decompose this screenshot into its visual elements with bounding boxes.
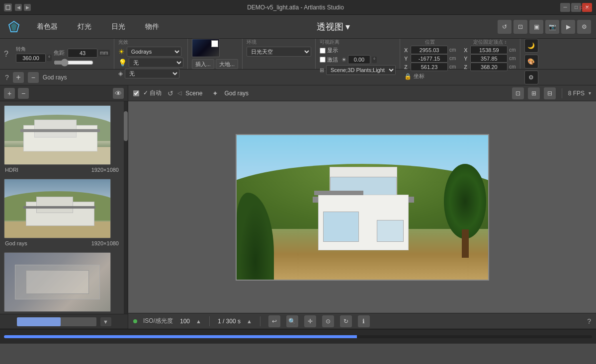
undo-btn[interactable]: ↩: [268, 315, 280, 327]
thumbnail-hdri[interactable]: HDRI 1920×1080: [4, 105, 120, 174]
perspective-dropdown[interactable]: 透视图 ▾: [313, 19, 354, 35]
fix-y-input[interactable]: [470, 54, 508, 63]
panel-add-btn[interactable]: +: [13, 72, 24, 83]
panel-eye-btn[interactable]: 👁: [113, 88, 124, 99]
svg-rect-0: [6, 5, 10, 9]
distance-unit: mm: [98, 50, 110, 56]
viewport-bottom: ISO/感光度 100 ▲ 1 / 300 s ▲ ↩ 🔍 ✛ ⊙ ↻ ℹ ?: [128, 313, 596, 329]
settings-icon[interactable]: ⚙: [577, 20, 591, 34]
help-subbar-icon[interactable]: ?: [5, 73, 9, 81]
thumb-img-godrays: [4, 179, 111, 238]
lightfx-label: 光效: [118, 39, 128, 46]
thumbnail-shader[interactable]: Shader Inspector 1920×1080: [4, 252, 120, 314]
camera-icon[interactable]: 📷: [545, 20, 559, 34]
rotation-input[interactable]: [16, 54, 46, 63]
thumbnail-godrays[interactable]: God rays 1920×1080: [4, 179, 120, 247]
titlebar-left: ◀ ▶: [4, 3, 31, 11]
menu-objects[interactable]: 物件: [135, 19, 169, 34]
help-button[interactable]: ?: [4, 50, 12, 59]
render-icon[interactable]: ▶: [561, 20, 575, 34]
vp-bottom-sep1: [209, 316, 210, 326]
palette-icon-btn[interactable]: 🎨: [524, 55, 538, 69]
refresh-vp-icon[interactable]: ↺: [168, 89, 173, 97]
auto-label: ✓ 自动: [143, 89, 162, 97]
godrays-subbar-label: God rays: [43, 74, 67, 81]
environment-group: 环境 日光天空: [247, 39, 316, 69]
menu-sunlight[interactable]: 日光: [101, 19, 135, 34]
settings2-icon-btn[interactable]: ⚙: [524, 71, 538, 84]
monitor-icon[interactable]: ▣: [529, 20, 543, 34]
distance-slider[interactable]: [54, 59, 93, 67]
titlebar-nav-controls: ◀ ▶: [15, 4, 31, 11]
panel-scroll-down[interactable]: ▼: [100, 317, 111, 326]
active-row: 激活 ☀ °: [320, 55, 377, 64]
zoom-btn[interactable]: 🔍: [286, 315, 298, 327]
panel-remove-scene-btn[interactable]: −: [18, 88, 29, 99]
menubar: 着色器 灯光 日光 物件 透视图 ▾ ↺ ⊡ ▣ 📷 ▶ ⚙: [0, 15, 596, 39]
viewport-toolbar: ✓ 自动 ↺ ◁ Scene ✦ God rays ⊡ ⊞ ⊟ 8 FPS ▾: [128, 85, 596, 101]
progress-fill: [4, 335, 357, 338]
display-checkbox[interactable]: [320, 48, 326, 54]
vp-help-btn[interactable]: ?: [587, 317, 591, 325]
menu-shading[interactable]: 着色器: [27, 19, 68, 34]
panel-scrollbar[interactable]: [124, 101, 128, 314]
titlebar-forward-icon[interactable]: ▶: [24, 4, 31, 11]
view-icon-3[interactable]: ⊟: [544, 87, 556, 99]
sync-icon[interactable]: ⊡: [513, 20, 527, 34]
render-leaves: [444, 164, 486, 239]
render-trunk: [462, 229, 469, 258]
view-icon-1[interactable]: ⊡: [512, 87, 524, 99]
thumb-godrays-size: 1920×1080: [91, 240, 119, 246]
pos-x-input[interactable]: [411, 46, 448, 54]
rotation-control: 转角 °: [16, 46, 52, 63]
position-group: 位置 X cm Y cm Z cm 定位固定顶点 ↕: [404, 39, 520, 69]
fix-x-row: X cm: [464, 46, 515, 54]
active-checkbox[interactable]: [320, 57, 326, 63]
rotation-label: 转角: [16, 46, 52, 53]
godrays-dropdown[interactable]: Godrays: [127, 47, 181, 57]
refresh-icon[interactable]: ↺: [498, 20, 511, 34]
render-tree-right: [448, 164, 483, 258]
none-dropdown1[interactable]: 无: [129, 58, 183, 68]
moon-icon-btn[interactable]: 🌙: [524, 39, 538, 53]
distance-control: 焦距 mm: [54, 49, 110, 67]
rotate-btn[interactable]: ↻: [340, 315, 352, 327]
fix-x-input[interactable]: [470, 46, 508, 54]
angle-input[interactable]: [348, 55, 370, 64]
shutter-value: 1 / 300 s: [218, 318, 241, 325]
titlebar-back-icon[interactable]: ◀: [15, 4, 22, 11]
iso-arrow[interactable]: ▲: [196, 318, 201, 324]
pos-z-input[interactable]: [411, 63, 448, 71]
maximize-button[interactable]: □: [571, 3, 581, 12]
scene-plants-dropdown[interactable]: Scene;3D Plants;Light...: [326, 65, 396, 75]
right-icons-group: 🌙 🎨 ⚙: [524, 39, 542, 69]
menu-lights[interactable]: 灯光: [68, 19, 101, 34]
minimize-button[interactable]: ─: [560, 3, 570, 12]
none-dropdown2[interactable]: 无: [125, 69, 179, 78]
auto-checkbox[interactable]: [133, 90, 139, 96]
distance-input[interactable]: [68, 49, 97, 58]
panel-minus-btn[interactable]: −: [28, 72, 39, 83]
preview-group: 插入... 大地...: [192, 39, 243, 69]
viewport-canvas: [128, 101, 596, 313]
view-icon-2[interactable]: ⊞: [528, 87, 540, 99]
visible-dist-group: 可视距离 显示 激活 ☀ ° ⊞ Scene;3D Plants;Light..…: [320, 39, 400, 69]
panel-add-scene-btn[interactable]: +: [4, 88, 15, 99]
render-house: [307, 171, 420, 250]
fps-arrow[interactable]: ▾: [589, 90, 591, 96]
ground-button[interactable]: 大地...: [216, 59, 238, 69]
pos-y-row: Y cm: [404, 54, 456, 63]
thumb-img-shader: [4, 252, 111, 312]
pos-header: 位置 X cm Y cm Z cm: [404, 39, 456, 71]
target-btn[interactable]: ⊙: [322, 315, 334, 327]
camera-group: 转角 ° 焦距 mm: [16, 39, 114, 69]
fix-z-input[interactable]: [470, 63, 508, 71]
sunsky-dropdown[interactable]: 日光天空: [247, 47, 311, 57]
move-btn[interactable]: ✛: [304, 315, 316, 327]
info-btn[interactable]: ℹ: [358, 315, 370, 327]
pos-y-input[interactable]: [411, 54, 448, 63]
fps-label: 8 FPS: [568, 90, 585, 97]
insert-button[interactable]: 插入...: [192, 59, 214, 69]
shutter-arrow[interactable]: ▲: [247, 318, 252, 324]
close-button[interactable]: ✕: [582, 3, 592, 12]
